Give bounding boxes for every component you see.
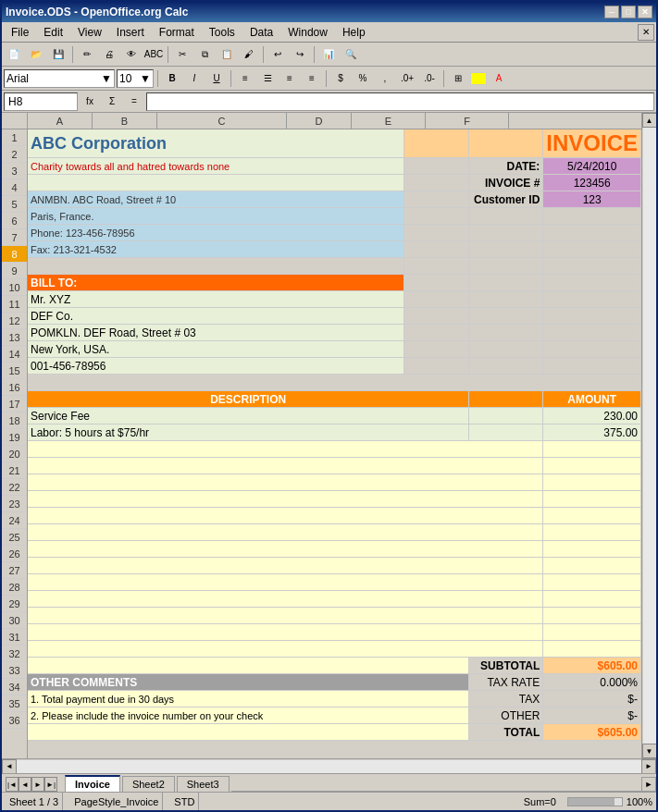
menu-format[interactable]: Format	[152, 24, 202, 41]
cell-a23[interactable]	[28, 508, 543, 524]
cell-d13[interactable]	[404, 341, 469, 358]
tab-prev-button[interactable]: ◄	[19, 777, 31, 792]
cell-f8[interactable]	[543, 258, 641, 275]
cell-f5[interactable]	[543, 208, 641, 225]
cell-d5[interactable]	[404, 208, 469, 225]
cell-e18[interactable]	[469, 424, 543, 441]
scroll-right-button[interactable]: ►	[641, 759, 656, 774]
decrease-dec-button[interactable]: .0-	[419, 69, 440, 88]
menu-file[interactable]: File	[4, 24, 36, 41]
cell-e5[interactable]	[469, 208, 543, 225]
cell-e13[interactable]	[469, 341, 543, 358]
cell-a11[interactable]: DEF Co.	[28, 308, 404, 325]
cell-e11[interactable]	[469, 308, 543, 325]
cell-f34[interactable]: $-	[543, 691, 641, 707]
cell-f14[interactable]	[543, 358, 641, 375]
tab-next-button[interactable]: ►	[31, 777, 44, 792]
cell-a2[interactable]: Charity towards all and hatred towards n…	[28, 158, 404, 175]
cell-d12[interactable]	[404, 325, 469, 341]
new-button[interactable]: 📄	[4, 45, 24, 64]
save-button[interactable]: 💾	[48, 45, 68, 64]
cell-a6[interactable]: Phone: 123-456-78956	[28, 225, 404, 241]
find-button[interactable]: 🔍	[341, 45, 361, 64]
menu-view[interactable]: View	[70, 24, 109, 41]
align-left-button[interactable]: ≡	[235, 69, 255, 88]
cell-a16[interactable]: DESCRIPTION	[28, 391, 469, 408]
cell-a25[interactable]	[28, 541, 543, 558]
cell-a35[interactable]: 2. Please include the invoice number on …	[28, 707, 469, 724]
cell-f16[interactable]: AMOUNT	[543, 391, 641, 408]
cell-a18[interactable]: Labor: 5 hours at $75/hr	[28, 424, 469, 441]
justify-button[interactable]: ≡	[302, 69, 322, 88]
tab-last-button[interactable]: ►|	[44, 777, 57, 792]
scroll-track[interactable]	[643, 128, 656, 744]
cell-a34[interactable]: 1. Total payment due in 30 days	[28, 691, 469, 707]
thousands-button[interactable]: ,	[375, 69, 395, 88]
cell-f10[interactable]	[543, 291, 641, 308]
cell-d4[interactable]	[404, 191, 469, 208]
cell-f20[interactable]	[543, 458, 641, 474]
zoom-slider[interactable]	[567, 797, 623, 806]
tab-first-button[interactable]: |◄	[6, 777, 19, 792]
cell-e8[interactable]	[469, 258, 543, 275]
cell-a10[interactable]: Mr. XYZ	[28, 291, 404, 308]
cell-a5[interactable]: Paris, France.	[28, 208, 404, 225]
cell-e12[interactable]	[469, 325, 543, 341]
cell-e10[interactable]	[469, 291, 543, 308]
cell-f30[interactable]	[543, 624, 641, 641]
cell-f9[interactable]	[543, 275, 641, 291]
cell-f4[interactable]: 123	[543, 191, 641, 208]
print-button[interactable]: 🖨	[99, 45, 119, 64]
cell-f33[interactable]: 0.000%	[543, 674, 641, 691]
cell-e35[interactable]: OTHER	[469, 707, 543, 724]
cell-e32[interactable]: SUBTOTAL	[469, 658, 543, 674]
cell-e7[interactable]	[469, 241, 543, 258]
cell-a21[interactable]	[28, 474, 543, 491]
font-name-selector[interactable]: Arial ▼	[4, 69, 115, 88]
increase-dec-button[interactable]: .0+	[397, 69, 417, 88]
cell-a3[interactable]	[28, 175, 404, 191]
cell-d11[interactable]	[404, 308, 469, 325]
cell-a26[interactable]	[28, 558, 543, 574]
cell-e16[interactable]	[469, 391, 543, 408]
cell-a30[interactable]	[28, 624, 543, 641]
cell-a33[interactable]: OTHER COMMENTS	[28, 674, 469, 691]
cell-e4[interactable]: Customer ID	[469, 191, 543, 208]
cell-e9[interactable]	[469, 275, 543, 291]
cell-a12[interactable]: POMKLN. DEF Road, Street # 03	[28, 325, 404, 341]
cell-f36[interactable]: $605.00	[543, 724, 641, 741]
cell-e34[interactable]: TAX	[469, 691, 543, 707]
function-wizard-button[interactable]: fx	[80, 92, 100, 111]
cell-e2[interactable]: DATE:	[469, 158, 543, 175]
font-color-button[interactable]: A	[489, 69, 509, 88]
cell-a8[interactable]	[28, 258, 404, 275]
h-scroll-bar-right[interactable]: ►	[641, 777, 656, 792]
highlight-button[interactable]	[470, 72, 487, 85]
cell-a32[interactable]	[28, 658, 469, 674]
cell-e33[interactable]: TAX RATE	[469, 674, 543, 691]
cell-a28[interactable]	[28, 591, 543, 608]
cell-f32[interactable]: $605.00	[543, 658, 641, 674]
menu-close-button[interactable]: ✕	[638, 24, 654, 41]
cell-e1[interactable]	[469, 129, 543, 158]
cell-f31[interactable]	[543, 641, 641, 658]
equal-button[interactable]: =	[124, 92, 144, 111]
redo-button[interactable]: ↪	[290, 45, 310, 64]
cell-f11[interactable]	[543, 308, 641, 325]
currency-button[interactable]: $	[330, 69, 351, 88]
cell-f25[interactable]	[543, 541, 641, 558]
menu-insert[interactable]: Insert	[109, 24, 152, 41]
cell-d3[interactable]	[404, 175, 469, 191]
cell-f35[interactable]: $-	[543, 707, 641, 724]
bold-button[interactable]: B	[162, 69, 182, 88]
cell-f6[interactable]	[543, 225, 641, 241]
cell-f3[interactable]: 123456	[543, 175, 641, 191]
cell-a36[interactable]	[28, 724, 469, 741]
align-center-button[interactable]: ☰	[257, 69, 278, 88]
chart-button[interactable]: 📊	[318, 45, 339, 64]
cell-f21[interactable]	[543, 474, 641, 491]
percent-button[interactable]: %	[353, 69, 373, 88]
cut-button[interactable]: ✂	[172, 45, 192, 64]
cell-d14[interactable]	[404, 358, 469, 375]
cell-a31[interactable]	[28, 641, 543, 658]
